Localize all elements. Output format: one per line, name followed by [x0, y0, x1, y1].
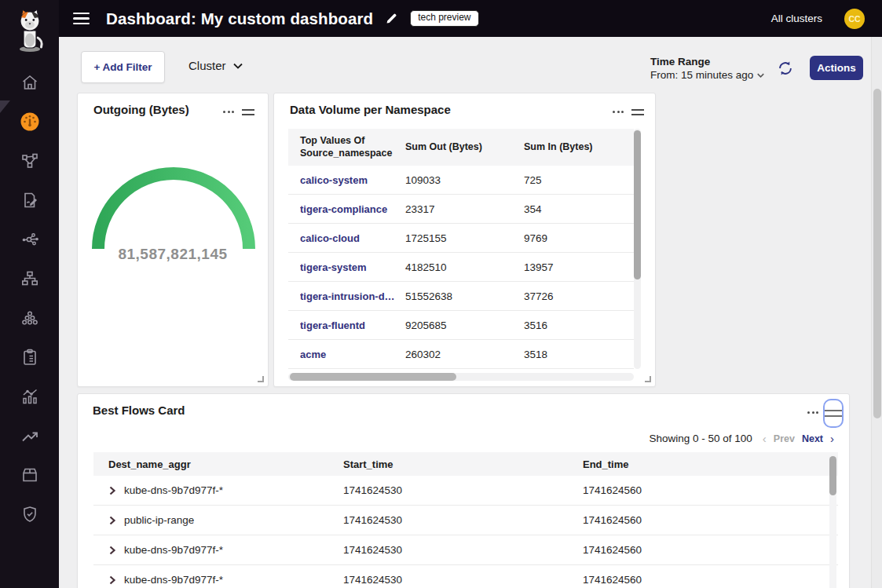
user-avatar[interactable]: CC — [844, 9, 865, 29]
table-vertical-scrollbar[interactable] — [829, 455, 836, 588]
scrollbar-thumb[interactable] — [829, 456, 836, 495]
namespace-link[interactable]: acme — [300, 349, 405, 360]
chevron-left-icon[interactable]: ‹ — [763, 433, 767, 444]
table-row: acme 260302 3518 — [288, 340, 634, 369]
table-row: tigera-compliance 23317 354 — [288, 195, 634, 224]
sidebar-item-compliance[interactable] — [20, 347, 40, 367]
cluster-filter-dropdown[interactable]: Cluster — [188, 59, 243, 72]
sidebar-item-networks[interactable] — [20, 268, 40, 289]
home-icon — [20, 73, 39, 92]
sidebar-item-packages[interactable] — [20, 465, 40, 485]
pagination: Showing 0 - 50 of 100 ‹ Prev Next › — [649, 433, 834, 444]
package-box-icon — [20, 466, 39, 484]
namespace-link[interactable]: tigera-intrusion-d… — [300, 290, 405, 302]
card-resize-grip[interactable] — [258, 376, 264, 382]
pagination-status: Showing 0 - 50 of 100 — [649, 433, 752, 444]
chevron-down-icon — [757, 73, 764, 78]
sidebar-item-dashboards-active[interactable] — [20, 111, 40, 132]
cluster-selector[interactable]: All clusters — [771, 13, 822, 24]
sidebar-item-security[interactable] — [20, 504, 40, 524]
best-flows-table: Dest_name_aggr Start_time End_time kube-… — [93, 452, 838, 588]
expand-row-button[interactable] — [108, 575, 116, 585]
chevron-right-icon — [108, 486, 116, 495]
card-title: Data Volume per Namespace — [290, 103, 451, 116]
card-title: Best Flows Card — [93, 404, 185, 417]
namespace-link[interactable]: tigera-fluentd — [300, 320, 405, 331]
scrollbar-thumb[interactable] — [290, 373, 456, 381]
card-menu-button[interactable] — [613, 111, 624, 113]
cluster-filter-label: Cluster — [188, 59, 226, 72]
table-row: kube-dns-9b7d977f-* 1741624530 174162456… — [93, 476, 838, 506]
calico-cat-logo-image — [13, 8, 46, 53]
sidebar-item-home[interactable] — [20, 72, 40, 93]
prev-page-button[interactable]: Prev — [774, 433, 795, 444]
namespace-link[interactable]: tigera-compliance — [300, 203, 405, 215]
edit-dashboard-button[interactable] — [385, 12, 398, 25]
column-header: Top Values Of Source_namespace — [300, 135, 405, 159]
column-header: Sum Out (Bytes) — [405, 141, 524, 154]
table-header-row: Top Values Of Source_namespace Sum Out (… — [288, 129, 634, 166]
scrollbar-thumb[interactable] — [634, 130, 641, 279]
expand-row-button[interactable] — [108, 546, 116, 555]
sidebar-item-trends[interactable] — [20, 425, 40, 446]
namespace-link[interactable]: calico-system — [300, 174, 405, 186]
time-range-label: Time Range — [650, 56, 764, 68]
table-vertical-scrollbar[interactable] — [634, 129, 641, 369]
refresh-button[interactable] — [777, 60, 794, 77]
namespace-link[interactable]: tigera-system — [300, 261, 405, 273]
tech-preview-badge: tech preview — [410, 10, 478, 27]
expand-row-button[interactable] — [108, 486, 116, 495]
time-range-dropdown[interactable]: From: 15 minutes ago — [650, 69, 764, 81]
network-hierarchy-icon — [20, 269, 39, 288]
shield-check-icon — [20, 505, 39, 524]
sidebar — [0, 0, 59, 588]
data-volume-table: Top Values Of Source_namespace Sum Out (… — [288, 129, 634, 369]
chevron-right-icon — [108, 575, 116, 585]
table-row: tigera-fluentd 9205685 3516 — [288, 311, 634, 340]
namespace-link[interactable]: calico-cloud — [300, 232, 405, 244]
outgoing-gauge-chart — [87, 156, 260, 250]
add-filter-button[interactable]: + Add Filter — [81, 51, 165, 83]
chevron-down-icon — [233, 63, 243, 69]
sidebar-item-analytics[interactable] — [20, 386, 40, 407]
sidebar-item-policies[interactable] — [20, 190, 40, 210]
sidebar-item-flow-visualizations[interactable] — [20, 151, 40, 171]
node-cluster-icon — [20, 309, 39, 327]
table-row: tigera-system 4182510 13957 — [288, 253, 634, 282]
analytics-chart-icon — [20, 387, 39, 406]
menu-toggle-button[interactable] — [73, 13, 90, 25]
table-row: calico-cloud 1725155 9769 — [288, 224, 634, 253]
actions-button[interactable]: Actions — [810, 56, 863, 80]
card-drag-handle-focused[interactable] — [823, 399, 844, 428]
clipboard-list-icon — [20, 348, 39, 367]
card-drag-handle[interactable] — [631, 109, 644, 115]
table-row: calico-system 109033 725 — [288, 166, 634, 195]
sidebar-item-service-graph[interactable] — [20, 229, 40, 250]
sidebar-item-clusters[interactable] — [20, 308, 40, 328]
refresh-icon — [777, 60, 794, 77]
dest-name: kube-dns-9b7d977f-* — [124, 544, 223, 556]
data-volume-card: Data Volume per Namespace Top Values Of … — [273, 93, 656, 387]
card-menu-button[interactable] — [223, 111, 234, 113]
dashboard-content: + Add Filter Cluster Time Range From: 15… — [59, 37, 882, 588]
expand-row-button[interactable] — [108, 516, 116, 525]
table-horizontal-scrollbar[interactable] — [288, 373, 634, 381]
gauge-value: 81,587,821,145 — [78, 246, 268, 263]
sidebar-nav — [0, 72, 59, 524]
calico-cat-logo[interactable] — [0, 5, 59, 57]
card-drag-handle[interactable] — [242, 109, 254, 115]
dest-name: public-ip-range — [124, 514, 194, 526]
next-page-button[interactable]: Next — [802, 433, 823, 444]
page-scrollbar[interactable] — [871, 37, 882, 588]
policy-document-icon — [20, 191, 39, 210]
card-resize-grip[interactable] — [645, 376, 651, 382]
hamburger-icon — [73, 13, 90, 15]
column-header: Dest_name_aggr — [108, 458, 343, 470]
chevron-right-icon[interactable]: › — [830, 433, 834, 444]
column-header: Start_time — [343, 458, 583, 470]
card-title: Outgoing (Bytes) — [93, 103, 189, 116]
table-row: tigera-intrusion-d… 51552638 37726 — [288, 282, 634, 311]
dest-name: kube-dns-9b7d977f-* — [124, 574, 223, 586]
scrollbar-thumb[interactable] — [873, 89, 881, 418]
card-menu-button[interactable] — [807, 411, 818, 414]
